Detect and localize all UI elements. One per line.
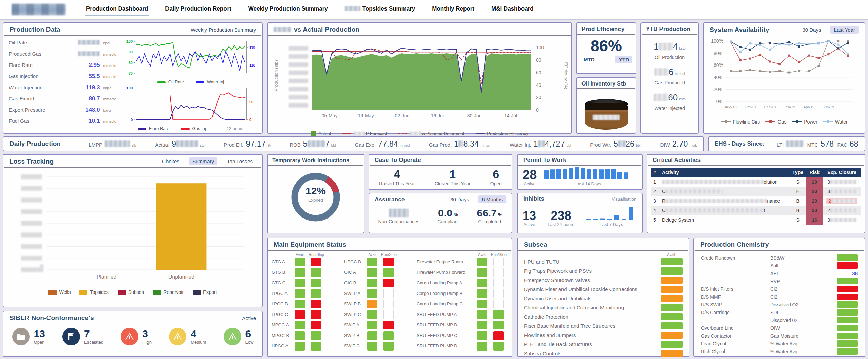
ribbon-title: Daily Production — [9, 140, 61, 148]
nav-tab-topsides-summary[interactable]: Topsides Summary — [344, 2, 416, 17]
redacted-inventory-value — [593, 115, 620, 120]
table-row[interactable]: 5Deluge SystemS163 — [651, 215, 861, 225]
nav-tab-production-dashboard[interactable]: Production Dashboard — [85, 2, 149, 17]
equipment-label: HPGC B — [344, 259, 364, 264]
ptw-active-label: Active — [522, 181, 537, 186]
svg-text:60%: 60% — [714, 62, 723, 68]
ytd-unit: kstb — [679, 97, 685, 101]
svg-text:60: 60 — [536, 70, 541, 75]
metric-value — [64, 51, 100, 57]
siber-count: 6 — [245, 329, 254, 339]
assurance-kpi-compliant: 0.0 %Compliant — [437, 207, 459, 224]
table-row[interactable]: 1olutionS203 — [651, 177, 861, 187]
svg-text:20: 20 — [536, 95, 541, 100]
loss-tab-summary[interactable]: Summary — [189, 157, 217, 165]
svg-text:70: 70 — [129, 71, 133, 75]
chemistry-status-r — [837, 294, 858, 300]
equipment-label: SWIP C — [344, 343, 364, 348]
legend-item: P Forecast — [342, 131, 387, 136]
group-headers: AvailRun/Stop — [295, 252, 325, 257]
redacted-value — [618, 140, 626, 147]
equipment-row: GTG A — [272, 257, 325, 267]
legend-item: Gas Inj — [181, 126, 206, 131]
subsea-status-g — [661, 304, 683, 311]
table-row[interactable]: 2CE203 — [651, 187, 861, 196]
subsea-label: PLET and Tie Back Structures — [524, 341, 661, 347]
weekly-production-summary-link[interactable]: Weekly Production Summary — [191, 27, 256, 33]
siber-mode: Active — [242, 315, 256, 321]
legend-swatch — [311, 131, 316, 136]
legend-marker — [769, 120, 772, 123]
metric-label: Gas Export — [9, 96, 64, 101]
avail-status-g — [477, 289, 487, 298]
metric-label: Fuel Gas — [9, 118, 64, 124]
table-row[interactable]: 3RnanceB202 — [651, 196, 861, 206]
loss-tab-chokes[interactable]: Chokes — [159, 157, 183, 165]
type-cell: B — [789, 206, 806, 215]
svg-text:90: 90 — [129, 50, 133, 54]
warning-icon — [169, 328, 186, 345]
nav-tab-m-i-dashboard[interactable]: M&I Dashboard — [491, 2, 534, 17]
availability-legend: Flowline CircGasPowerWater — [704, 119, 865, 125]
redacted-value — [654, 68, 669, 76]
svg-text:80: 80 — [536, 57, 541, 63]
equipment-label: SWIP B — [344, 333, 364, 338]
ytd-value: 60kstb — [641, 92, 698, 103]
run-status-g — [311, 342, 321, 351]
production-data-row: Water Injection119.3kbpd — [9, 84, 123, 95]
subsea-label: Dynamic Riser and Umbilicals — [524, 296, 661, 301]
run-status-g — [311, 279, 321, 287]
svg-text:Production (stb): Production (stb) — [274, 60, 279, 91]
equipment-label: LPGC C — [272, 312, 292, 317]
svg-text:80%: 80% — [714, 51, 723, 56]
metric-label: Prod Wtr. — [590, 142, 611, 148]
subsea-row: Dynamic Riser and Umbilical Topside Conn… — [518, 285, 689, 294]
nav-tab-daily-production-report[interactable]: Daily Production Report — [164, 2, 232, 17]
chemistry-param: Gas Moisture — [770, 333, 837, 339]
svg-text:100: 100 — [126, 39, 133, 43]
kpi-label: Closed This Year — [435, 181, 471, 186]
range-30-days[interactable]: 30 Days — [799, 26, 824, 34]
ytd-toggle[interactable]: YTD — [615, 56, 632, 63]
metric-label: FAC — [837, 142, 847, 148]
chemistry-status-g — [837, 278, 858, 284]
equipment-label: Firewater Engine Room — [417, 259, 474, 264]
legend-item: Subsea — [118, 289, 144, 295]
subsea-row: PLET and Tie Back Structures — [518, 340, 689, 349]
metric-value — [786, 139, 804, 149]
run-status-g — [383, 331, 394, 340]
case-to-operate-panel: Case To Operate 4Raised This Year1Closed… — [369, 154, 512, 190]
subsea-row: Chemical Injection and Corrosion Monitor… — [518, 303, 689, 312]
loss-legend: WellsTopsidesSubseaReservoirExport — [3, 289, 262, 295]
metric-label: MTC — [807, 142, 818, 148]
metric-value: 119.3 — [64, 84, 100, 91]
mtd-toggle[interactable]: MTD — [580, 56, 598, 63]
equipment-row: SWIP B — [344, 330, 398, 341]
avail-status-g — [477, 342, 487, 351]
chemistry-group: Lean Glycol — [701, 341, 770, 346]
legend-marker — [725, 120, 727, 123]
equipment-row: Cargo Loading Pump C — [417, 299, 508, 309]
run-status-w — [493, 268, 504, 277]
assurance-6-months[interactable]: 6 Months — [478, 195, 506, 203]
assurance-30-days[interactable]: 30 Days — [447, 195, 472, 203]
subsea-status-o — [661, 332, 683, 339]
production-data-row: Oil Ratebpd — [9, 39, 123, 51]
risk-cell: 20 — [806, 206, 823, 215]
equipment-label: MPGC A — [272, 322, 292, 327]
siber-count: 4 — [191, 329, 206, 339]
metric-unit: mmscfd — [100, 75, 123, 79]
metric-label: LMPP — [88, 142, 102, 148]
nav-tab-monthly-report[interactable]: Monthly Report — [431, 2, 475, 17]
twi-donut: 12% Expired — [268, 166, 364, 226]
loss-tab-top-losses[interactable]: Top Losses — [223, 157, 256, 165]
nav-tab-weekly-production-summary[interactable]: Weekly Production Summary — [248, 2, 329, 17]
inhibits-visualisation-link[interactable]: Visualisation — [612, 196, 636, 202]
range-last-year[interactable]: Last Year — [830, 26, 859, 34]
table-row[interactable]: 4CtB202 — [651, 206, 861, 215]
ytd-production-panel: YTD Production 14kstbOil Production6mmsc… — [640, 22, 699, 134]
run-status-r — [311, 300, 321, 308]
production-data-row: Fuel Gas10.1mmscfd — [9, 118, 123, 129]
legend-item: Reservoir — [153, 289, 184, 295]
kpi-label: Raised This Year — [379, 181, 415, 186]
